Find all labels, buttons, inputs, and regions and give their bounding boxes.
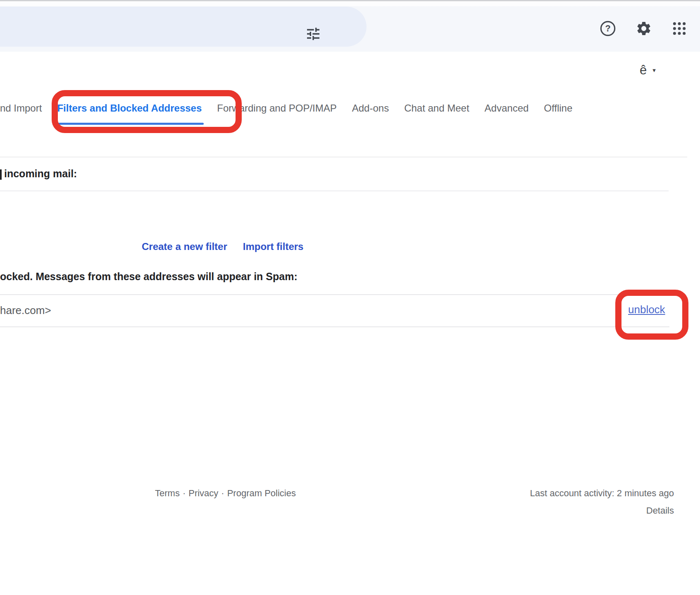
- search-bar[interactable]: [0, 7, 367, 47]
- help-question-icon: ?: [600, 20, 618, 37]
- footer-links: Terms·Privacy·Program Policies: [155, 488, 296, 499]
- settings-button[interactable]: [636, 19, 654, 38]
- blocked-section-heading: ocked. Messages from these addresses wil…: [0, 271, 298, 283]
- unblock-link[interactable]: unblock: [628, 303, 665, 316]
- apps-grid-icon: [671, 20, 689, 37]
- footer-separator: ·: [218, 488, 227, 498]
- input-tools-toggle[interactable]: ê ▾: [640, 59, 678, 81]
- import-filters-link[interactable]: Import filters: [243, 241, 304, 252]
- tab-chat-and-meet[interactable]: Chat and Meet: [404, 102, 469, 114]
- footer-separator: ·: [180, 488, 188, 498]
- tab-offline[interactable]: Offline: [544, 102, 572, 114]
- last-account-activity: Last account activity: 2 minutes ago: [530, 488, 674, 499]
- tab-advanced[interactable]: Advanced: [485, 102, 529, 114]
- details-link[interactable]: Details: [646, 505, 674, 516]
- settings-tab-bar: nd Import Filters and Blocked Addresses …: [0, 102, 572, 114]
- create-filter-link[interactable]: Create a new filter: [142, 241, 227, 252]
- help-button[interactable]: ?: [600, 19, 618, 38]
- apps-launcher-button[interactable]: [671, 19, 689, 38]
- search-options-button[interactable]: [305, 24, 325, 44]
- tab-add-ons[interactable]: Add-ons: [352, 102, 389, 114]
- tune-icon: [305, 26, 325, 42]
- chevron-down-icon: ▾: [652, 67, 656, 73]
- tab-forwarding-and-pop-imap[interactable]: Forwarding and POP/IMAP: [217, 102, 336, 114]
- blocked-row-border: [0, 326, 669, 327]
- program-policies-link[interactable]: Program Policies: [227, 488, 296, 498]
- filters-section-heading: incoming mail:: [4, 168, 77, 180]
- section-divider: [0, 157, 687, 157]
- top-app-bar: ?: [0, 0, 700, 52]
- terms-link[interactable]: Terms: [155, 488, 180, 498]
- cropped-text-fragment: [0, 169, 2, 180]
- tab-accounts-and-import[interactable]: nd Import: [0, 102, 42, 114]
- input-tools-icon: ê: [640, 64, 647, 76]
- section-divider: [0, 190, 669, 191]
- blocked-row-border: [0, 294, 686, 295]
- filter-actions: Create a new filter Import filters: [142, 241, 303, 252]
- tab-filters-and-blocked-addresses[interactable]: Filters and Blocked Addresses: [57, 102, 202, 114]
- svg-text:?: ?: [605, 23, 610, 33]
- blocked-address-text: hare.com>: [0, 304, 51, 317]
- privacy-link[interactable]: Privacy: [188, 488, 218, 498]
- gear-icon: [636, 20, 654, 37]
